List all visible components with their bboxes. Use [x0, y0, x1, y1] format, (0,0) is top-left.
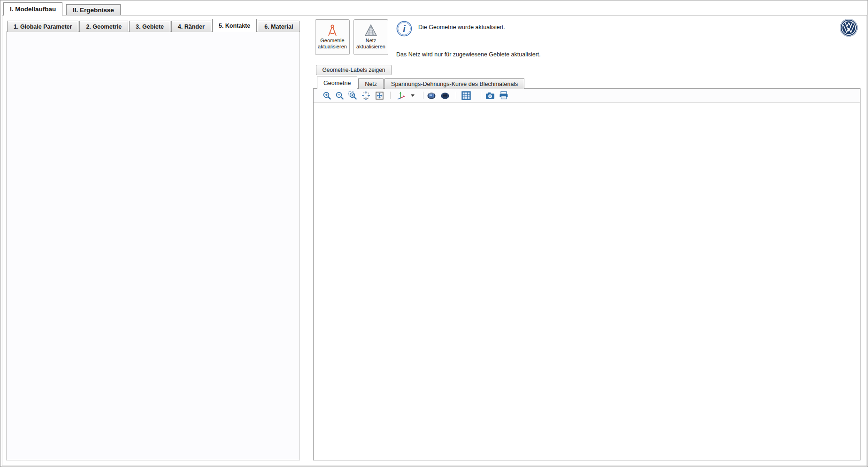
- geometrie-button-line1: Geometrie: [320, 38, 344, 44]
- viewer-tab-spannungsdehnungskurve[interactable]: Spannungs-Dehnungs-Kurve des Blechmateri…: [384, 78, 524, 89]
- status-message-netz: Das Netz wird nur für zugewiesene Gebiet…: [396, 51, 541, 58]
- subtab-3[interactable]: 3. Gebiete: [129, 21, 170, 32]
- snapshot-icon[interactable]: [485, 91, 495, 100]
- tab-modellaufbau[interactable]: I. Modellaufbau: [3, 2, 62, 16]
- toolbar-separator: [423, 92, 423, 99]
- netz-button-line2: aktualisieren: [356, 44, 385, 50]
- viewer-tab-row: GeometrieNetzSpannungs-Dehnungs-Kurve de…: [317, 77, 525, 89]
- tab-ergebnisse-label: II. Ergebnisse: [73, 7, 114, 14]
- subtab-label: 6. Material: [264, 23, 293, 30]
- subtab-label: 5. Kontakte: [219, 23, 250, 29]
- tab-ergebnisse[interactable]: II. Ergebnisse: [66, 4, 121, 16]
- netz-button-line1: Netz: [366, 38, 376, 44]
- svg-text:i: i: [403, 23, 406, 34]
- geometrie-labels-button[interactable]: Geometrie-Labels zeigen: [316, 65, 392, 75]
- viewer-tab-label: Geometrie: [323, 80, 351, 86]
- toolbar-separator: [390, 92, 391, 99]
- subtab-2[interactable]: 2. Geometrie: [79, 21, 128, 32]
- viewer-tab-geometrie[interactable]: Geometrie: [317, 77, 357, 89]
- subtab-label: 3. Gebiete: [136, 23, 164, 30]
- vw-logo: [839, 18, 859, 38]
- viewer-tab-netz[interactable]: Netz: [358, 78, 384, 89]
- geometrie-button-line2: aktualisieren: [318, 44, 347, 50]
- zoom-box-icon[interactable]: [348, 91, 357, 100]
- export-image-icon[interactable]: [427, 91, 436, 100]
- orientation-dropdown[interactable]: [408, 91, 417, 100]
- viewer-tab-label: Spannungs-Dehnungs-Kurve des Blechmateri…: [391, 81, 518, 87]
- toolbar-separator: [481, 92, 481, 99]
- subtab-label: 2. Geometrie: [86, 23, 122, 30]
- subtab-6[interactable]: 6. Material: [258, 21, 300, 32]
- subtab-label: 1. Globale Parameter: [14, 23, 72, 30]
- kontakte-panel: [6, 31, 300, 460]
- export-plot-icon[interactable]: [440, 91, 450, 100]
- zoom-extents-icon[interactable]: [361, 91, 370, 100]
- view-orientation-icon[interactable]: [396, 91, 406, 100]
- app-window: I. Modellaufbau II. Ergebnisse 1. Global…: [0, 0, 868, 467]
- info-icon: i: [396, 20, 413, 37]
- compass-icon: [325, 23, 339, 38]
- zoom-fit-icon[interactable]: [375, 91, 384, 100]
- subtab-row: 1. Globale Parameter2. Geometrie3. Gebie…: [7, 19, 300, 32]
- viewer-tab-label: Netz: [365, 81, 377, 87]
- status-message-geometrie: Die Geometrie wurde aktualisiert.: [418, 24, 505, 31]
- geometrie-labels-button-label: Geometrie-Labels zeigen: [322, 67, 385, 73]
- print-icon[interactable]: [499, 91, 508, 100]
- subtab-5[interactable]: 5. Kontakte: [212, 19, 257, 32]
- plot-toolbar: [314, 89, 860, 103]
- subtab-1[interactable]: 1. Globale Parameter: [7, 21, 78, 32]
- netz-aktualisieren-button[interactable]: Netz aktualisieren: [353, 19, 388, 55]
- tab-modellaufbau-label: I. Modellaufbau: [10, 6, 56, 13]
- zoom-out-icon[interactable]: [335, 91, 344, 100]
- geometrie-aktualisieren-button[interactable]: Geometrie aktualisieren: [315, 19, 350, 55]
- subtab-4[interactable]: 4. Ränder: [171, 21, 211, 32]
- viewer-content-box: [313, 88, 860, 460]
- toolbar-separator: [456, 92, 456, 99]
- mesh-icon: [364, 23, 378, 38]
- subtab-label: 4. Ränder: [178, 23, 205, 30]
- grid-icon[interactable]: [461, 91, 471, 100]
- zoom-in-icon[interactable]: [322, 91, 331, 100]
